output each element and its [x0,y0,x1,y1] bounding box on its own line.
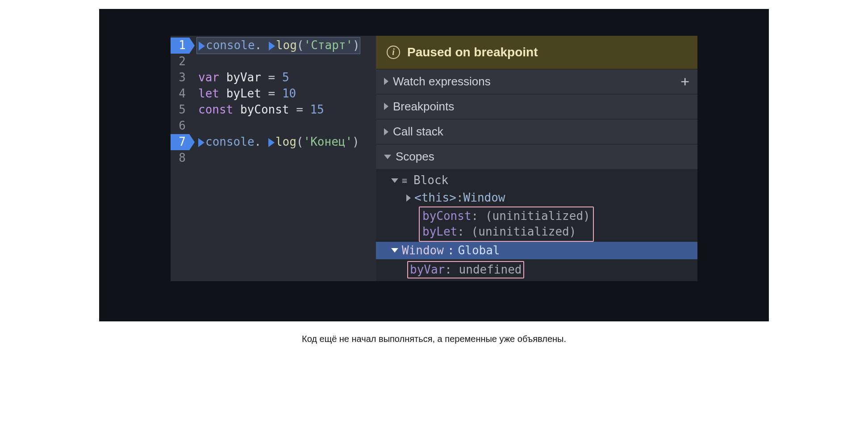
chevron-right-icon [384,128,388,135]
screenshot-frame: 1console. log('Старт')23var byVar = 54le… [99,9,769,321]
line-content: console. log('Старт') [196,37,360,54]
token-punc: . [255,38,269,53]
step-marker-icon [269,42,275,51]
token-obj: console [206,38,255,53]
list-icon: ≡ [402,176,410,185]
scope-var-value: (uninitialized) [485,209,590,223]
token-punc: ( [297,38,304,53]
debugger-panel: i Paused on breakpoint Watch expressions… [376,36,697,281]
highlight-global-var: byVar: undefined [407,261,524,278]
token-var: byLet [226,86,261,101]
token-num: 5 [282,70,289,85]
chevron-right-icon [406,194,411,202]
scope-var-name: byConst [422,209,472,223]
code-line[interactable]: 1console. log('Старт') [171,38,376,54]
token-kw: var [198,70,226,85]
code-line[interactable]: 7console. log('Конец') [171,134,376,150]
token-punc: ) [353,38,360,53]
step-marker-icon [268,138,275,147]
section-watch-expressions[interactable]: Watch expressions + [376,69,697,94]
token-obj: console [205,134,255,150]
line-gutter[interactable]: 6 [171,118,189,134]
line-content: var byVar = 5 [189,70,289,85]
section-scopes[interactable]: Scopes [376,144,697,169]
line-gutter[interactable]: 5 [171,102,189,118]
breakpoint-gutter[interactable]: 1 [171,38,189,53]
chevron-down-icon [391,178,398,183]
highlight-block-vars: byConst: (uninitialized)byLet: (uninitia… [419,207,594,241]
paused-banner: i Paused on breakpoint [376,36,697,69]
scope-this-key: <this> [414,190,456,206]
section-call-stack[interactable]: Call stack [376,119,697,144]
scope-this-value: Window [463,190,505,206]
chevron-down-icon [391,248,398,253]
paused-label: Paused on breakpoint [407,44,538,61]
line-content: console. log('Конец') [189,134,359,150]
token-kw: const [198,102,240,118]
code-line[interactable]: 4let byLet = 10 [171,86,376,102]
line-content: let byLet = 10 [189,86,296,101]
token-punc: = [261,86,282,101]
scope-variable-row[interactable]: byLet: (uninitialized) [422,224,590,240]
token-var: byConst [240,102,289,118]
line-gutter[interactable]: 2 [171,54,189,69]
token-str: 'Старт' [304,38,353,53]
token-var: byVar [226,70,261,85]
section-breakpoints[interactable]: Breakpoints [376,94,697,119]
token-punc: . [255,134,268,150]
token-punc: = [289,102,310,118]
line-content: const byConst = 15 [189,102,324,118]
section-label: Watch expressions [393,74,491,89]
scope-var-name: byVar [410,263,445,276]
section-label: Breakpoints [393,99,454,114]
source-panel: 1console. log('Старт')23var byVar = 54le… [171,36,376,281]
scope-variable-row[interactable]: byConst: (uninitialized) [422,208,590,224]
scope-block-label: Block [413,173,448,188]
step-marker-icon [198,138,204,147]
scope-global-header[interactable]: Window: Global [376,242,697,259]
breakpoint-gutter[interactable]: 7 [171,134,189,150]
section-label: Call stack [393,124,443,139]
code-line[interactable]: 3var byVar = 5 [171,70,376,86]
token-str: 'Конец' [304,134,353,150]
chevron-down-icon [384,155,391,159]
scope-global-type: Global [458,243,500,258]
section-label: Scopes [396,149,434,164]
code-line[interactable]: 5const byConst = 15 [171,102,376,118]
line-gutter[interactable]: 3 [171,70,189,85]
plus-icon[interactable]: + [680,78,689,85]
info-icon: i [387,46,400,59]
scope-var-value: (uninitialized) [472,225,576,238]
scope-var-value: undefined [459,263,522,276]
scope-this-row[interactable]: <this>: Window [376,189,697,207]
scope-global-vars: byVar: undefined [376,259,697,278]
chevron-right-icon [384,78,388,85]
token-fn: log [275,134,296,150]
token-punc: = [261,70,282,85]
scopes-body: ≡ Block <this>: Window byConst: (uniniti… [376,169,697,281]
line-gutter[interactable]: 8 [171,150,189,166]
code-line[interactable]: 6 [171,118,376,134]
step-marker-icon [199,42,205,51]
code-line[interactable]: 8 [171,150,376,166]
chevron-right-icon [384,103,388,110]
token-kw: let [198,86,226,101]
devtools-window: 1console. log('Старт')23var byVar = 54le… [171,36,697,281]
scope-block-header[interactable]: ≡ Block [376,172,697,189]
scope-var-name: byLet [422,225,457,238]
code-line[interactable]: 2 [171,54,376,70]
token-num: 15 [310,102,324,118]
line-gutter[interactable]: 4 [171,86,189,101]
token-num: 10 [282,86,296,101]
token-punc: ( [296,134,304,150]
token-punc: ) [352,134,359,150]
token-fn: log [276,38,297,53]
scope-global-key: Window [402,243,444,258]
caption-text: Код ещё не начал выполняться, а переменн… [302,334,566,344]
